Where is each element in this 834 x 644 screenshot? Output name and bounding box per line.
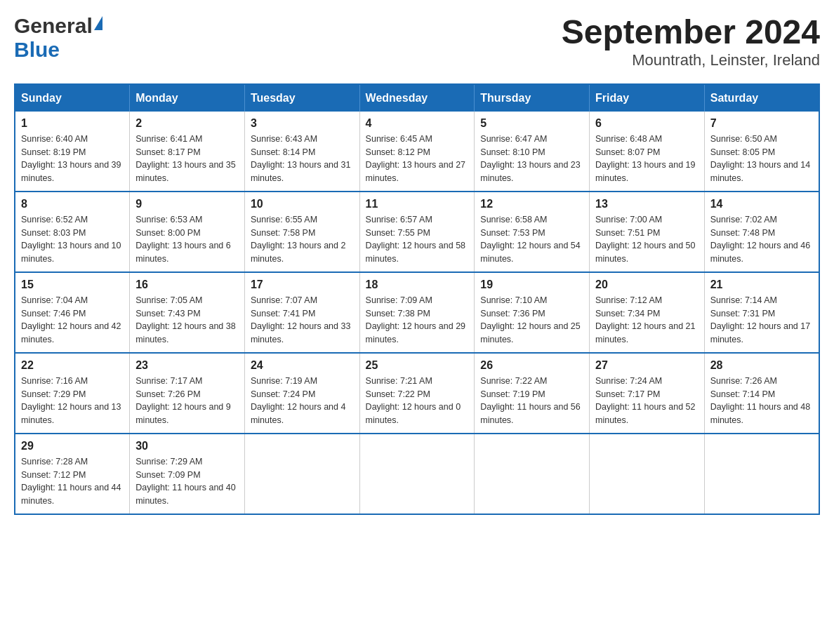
day-number: 5 xyxy=(480,117,583,130)
title-area: September 2024 Mountrath, Leinster, Irel… xyxy=(562,14,820,69)
calendar-cell xyxy=(704,434,819,514)
calendar-cell: 26Sunrise: 7:22 AMSunset: 7:19 PMDayligh… xyxy=(475,353,590,434)
day-of-week-header: Sunday xyxy=(15,84,130,112)
calendar-cell: 10Sunrise: 6:55 AMSunset: 7:58 PMDayligh… xyxy=(244,192,359,272)
day-info: Sunrise: 7:14 AMSunset: 7:31 PMDaylight:… xyxy=(710,294,813,347)
calendar-cell: 8Sunrise: 6:52 AMSunset: 8:03 PMDaylight… xyxy=(15,192,130,272)
day-of-week-header: Wednesday xyxy=(359,84,475,112)
day-number: 1 xyxy=(21,117,124,130)
calendar-header: SundayMondayTuesdayWednesdayThursdayFrid… xyxy=(15,84,819,112)
calendar-cell: 22Sunrise: 7:16 AMSunset: 7:29 PMDayligh… xyxy=(15,353,130,434)
day-info: Sunrise: 7:19 AMSunset: 7:24 PMDaylight:… xyxy=(251,375,354,427)
day-info: Sunrise: 6:40 AMSunset: 8:19 PMDaylight:… xyxy=(21,133,124,185)
day-number: 10 xyxy=(251,198,354,210)
day-info: Sunrise: 6:53 AMSunset: 8:00 PMDaylight:… xyxy=(135,213,239,266)
day-number: 30 xyxy=(135,440,239,452)
day-number: 16 xyxy=(135,279,239,291)
day-number: 2 xyxy=(135,117,239,130)
calendar-cell: 30Sunrise: 7:29 AMSunset: 7:09 PMDayligh… xyxy=(130,434,245,514)
day-info: Sunrise: 6:52 AMSunset: 8:03 PMDaylight:… xyxy=(21,213,124,266)
day-number: 7 xyxy=(710,117,813,130)
day-number: 27 xyxy=(595,359,699,372)
day-number: 19 xyxy=(480,279,583,291)
day-number: 22 xyxy=(21,359,124,372)
calendar-week-row: 29Sunrise: 7:28 AMSunset: 7:12 PMDayligh… xyxy=(15,434,819,514)
calendar-cell: 28Sunrise: 7:26 AMSunset: 7:14 PMDayligh… xyxy=(704,353,819,434)
logo-arrow-icon xyxy=(94,16,102,30)
day-number: 12 xyxy=(480,198,583,210)
calendar-cell: 12Sunrise: 6:58 AMSunset: 7:53 PMDayligh… xyxy=(475,192,590,272)
calendar-cell: 17Sunrise: 7:07 AMSunset: 7:41 PMDayligh… xyxy=(244,272,359,353)
day-info: Sunrise: 6:45 AMSunset: 8:12 PMDaylight:… xyxy=(366,133,469,185)
day-number: 20 xyxy=(595,279,699,291)
day-of-week-header: Monday xyxy=(130,84,245,112)
day-info: Sunrise: 6:57 AMSunset: 7:55 PMDaylight:… xyxy=(366,213,469,266)
day-number: 23 xyxy=(135,359,239,372)
calendar-week-row: 1Sunrise: 6:40 AMSunset: 8:19 PMDaylight… xyxy=(15,112,819,192)
calendar-week-row: 15Sunrise: 7:04 AMSunset: 7:46 PMDayligh… xyxy=(15,272,819,353)
day-info: Sunrise: 6:41 AMSunset: 8:17 PMDaylight:… xyxy=(135,133,239,185)
day-number: 28 xyxy=(710,359,813,372)
calendar-week-row: 22Sunrise: 7:16 AMSunset: 7:29 PMDayligh… xyxy=(15,353,819,434)
calendar-cell: 27Sunrise: 7:24 AMSunset: 7:17 PMDayligh… xyxy=(590,353,705,434)
day-info: Sunrise: 7:17 AMSunset: 7:26 PMDaylight:… xyxy=(135,375,239,427)
day-number: 25 xyxy=(366,359,469,372)
calendar-cell: 13Sunrise: 7:00 AMSunset: 7:51 PMDayligh… xyxy=(590,192,705,272)
page-header: General Blue September 2024 Mountrath, L… xyxy=(14,14,820,69)
days-of-week-row: SundayMondayTuesdayWednesdayThursdayFrid… xyxy=(15,84,819,112)
day-of-week-header: Thursday xyxy=(475,84,590,112)
logo-blue-text: Blue xyxy=(14,38,60,62)
day-number: 29 xyxy=(21,440,124,452)
day-info: Sunrise: 7:04 AMSunset: 7:46 PMDaylight:… xyxy=(21,294,124,347)
calendar-cell: 5Sunrise: 6:47 AMSunset: 8:10 PMDaylight… xyxy=(475,112,590,192)
calendar-cell: 18Sunrise: 7:09 AMSunset: 7:38 PMDayligh… xyxy=(359,272,475,353)
logo-general-text: General xyxy=(14,14,93,38)
logo: General Blue xyxy=(14,14,102,62)
day-info: Sunrise: 7:16 AMSunset: 7:29 PMDaylight:… xyxy=(21,375,124,427)
day-number: 9 xyxy=(135,198,239,210)
calendar-cell: 3Sunrise: 6:43 AMSunset: 8:14 PMDaylight… xyxy=(244,112,359,192)
day-number: 15 xyxy=(21,279,124,291)
calendar-cell: 15Sunrise: 7:04 AMSunset: 7:46 PMDayligh… xyxy=(15,272,130,353)
calendar-cell: 25Sunrise: 7:21 AMSunset: 7:22 PMDayligh… xyxy=(359,353,475,434)
calendar-cell xyxy=(359,434,475,514)
calendar-cell: 1Sunrise: 6:40 AMSunset: 8:19 PMDaylight… xyxy=(15,112,130,192)
calendar-cell: 4Sunrise: 6:45 AMSunset: 8:12 PMDaylight… xyxy=(359,112,475,192)
calendar-cell: 19Sunrise: 7:10 AMSunset: 7:36 PMDayligh… xyxy=(475,272,590,353)
day-info: Sunrise: 7:22 AMSunset: 7:19 PMDaylight:… xyxy=(480,375,583,427)
day-number: 14 xyxy=(710,198,813,210)
calendar-table: SundayMondayTuesdayWednesdayThursdayFrid… xyxy=(14,83,820,515)
day-number: 24 xyxy=(251,359,354,372)
calendar-cell: 7Sunrise: 6:50 AMSunset: 8:05 PMDaylight… xyxy=(704,112,819,192)
calendar-cell: 23Sunrise: 7:17 AMSunset: 7:26 PMDayligh… xyxy=(130,353,245,434)
day-info: Sunrise: 6:43 AMSunset: 8:14 PMDaylight:… xyxy=(251,133,354,185)
day-of-week-header: Saturday xyxy=(704,84,819,112)
day-info: Sunrise: 7:12 AMSunset: 7:34 PMDaylight:… xyxy=(595,294,699,347)
calendar-cell: 21Sunrise: 7:14 AMSunset: 7:31 PMDayligh… xyxy=(704,272,819,353)
day-of-week-header: Tuesday xyxy=(244,84,359,112)
day-info: Sunrise: 6:58 AMSunset: 7:53 PMDaylight:… xyxy=(480,213,583,266)
day-info: Sunrise: 7:07 AMSunset: 7:41 PMDaylight:… xyxy=(251,294,354,347)
calendar-cell xyxy=(475,434,590,514)
day-number: 21 xyxy=(710,279,813,291)
calendar-cell: 2Sunrise: 6:41 AMSunset: 8:17 PMDaylight… xyxy=(130,112,245,192)
calendar-cell xyxy=(244,434,359,514)
calendar-subtitle: Mountrath, Leinster, Ireland xyxy=(562,51,820,69)
day-info: Sunrise: 7:21 AMSunset: 7:22 PMDaylight:… xyxy=(366,375,469,427)
day-of-week-header: Friday xyxy=(590,84,705,112)
calendar-cell: 24Sunrise: 7:19 AMSunset: 7:24 PMDayligh… xyxy=(244,353,359,434)
day-info: Sunrise: 6:47 AMSunset: 8:10 PMDaylight:… xyxy=(480,133,583,185)
calendar-cell: 14Sunrise: 7:02 AMSunset: 7:48 PMDayligh… xyxy=(704,192,819,272)
calendar-cell: 20Sunrise: 7:12 AMSunset: 7:34 PMDayligh… xyxy=(590,272,705,353)
day-info: Sunrise: 7:29 AMSunset: 7:09 PMDaylight:… xyxy=(135,455,239,508)
calendar-cell: 11Sunrise: 6:57 AMSunset: 7:55 PMDayligh… xyxy=(359,192,475,272)
day-info: Sunrise: 6:50 AMSunset: 8:05 PMDaylight:… xyxy=(710,133,813,185)
calendar-cell xyxy=(590,434,705,514)
day-info: Sunrise: 7:26 AMSunset: 7:14 PMDaylight:… xyxy=(710,375,813,427)
calendar-cell: 16Sunrise: 7:05 AMSunset: 7:43 PMDayligh… xyxy=(130,272,245,353)
day-number: 8 xyxy=(21,198,124,210)
calendar-cell: 6Sunrise: 6:48 AMSunset: 8:07 PMDaylight… xyxy=(590,112,705,192)
day-number: 26 xyxy=(480,359,583,372)
calendar-cell: 29Sunrise: 7:28 AMSunset: 7:12 PMDayligh… xyxy=(15,434,130,514)
day-info: Sunrise: 7:24 AMSunset: 7:17 PMDaylight:… xyxy=(595,375,699,427)
